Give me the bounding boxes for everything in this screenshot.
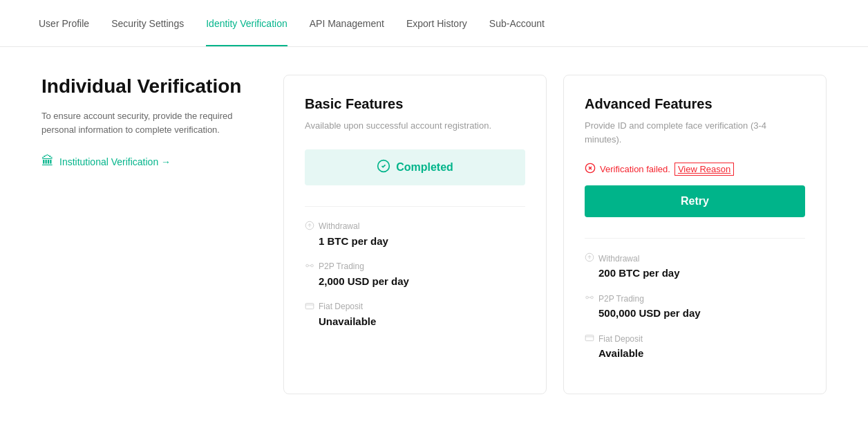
advanced-card-description: Provide ID and complete face verificatio…	[585, 119, 805, 146]
basic-features-card: Basic Features Available upon successful…	[283, 75, 547, 394]
completed-check-icon	[377, 159, 390, 176]
institutional-verification-link[interactable]: 🏛 Institutional Verification →	[41, 154, 263, 169]
retry-button[interactable]: Retry	[585, 185, 805, 217]
nav-sub-account[interactable]: Sub-Account	[478, 0, 556, 46]
page-title: Individual Verification	[41, 75, 263, 98]
p2p-icon	[305, 261, 314, 273]
failed-text: Verification failed.	[600, 164, 670, 174]
basic-card-description: Available upon successful account regist…	[305, 119, 525, 133]
adv-p2p-icon	[585, 293, 594, 304]
divider	[305, 206, 525, 207]
basic-p2p-value: 2,000 USD per day	[305, 275, 525, 287]
basic-p2p-label: P2P Trading	[319, 261, 364, 271]
adv-withdrawal-value: 200 BTC per day	[585, 267, 805, 279]
completed-button: Completed	[305, 149, 525, 185]
advanced-p2p-feature: P2P Trading 500,000 USD per day	[585, 293, 805, 319]
nav-security-settings[interactable]: Security Settings	[100, 0, 195, 46]
view-reason-link[interactable]: View Reason	[674, 163, 734, 176]
svg-point-4	[311, 264, 314, 267]
adv-p2p-value: 500,000 USD per day	[585, 307, 805, 319]
advanced-withdrawal-feature: Withdrawal 200 BTC per day	[585, 252, 805, 279]
basic-withdrawal-feature: Withdrawal 1 BTC per day	[305, 221, 525, 247]
page-description: To ensure account security, provide the …	[41, 109, 263, 138]
completed-label: Completed	[396, 161, 453, 174]
advanced-card-title: Advanced Features	[585, 96, 805, 112]
nav-export-history[interactable]: Export History	[395, 0, 478, 46]
nav-identity-verification[interactable]: Identity Verification	[195, 0, 299, 46]
advanced-fiat-feature: Fiat Deposit Available	[585, 333, 805, 359]
adv-fiat-icon	[585, 333, 594, 344]
nav-user-profile[interactable]: User Profile	[28, 0, 100, 46]
basic-fiat-value: Unavailable	[305, 315, 525, 327]
withdrawal-icon	[305, 221, 314, 232]
adv-withdrawal-label: Withdrawal	[598, 254, 639, 264]
verification-status: Verification failed. View Reason	[585, 163, 805, 176]
basic-p2p-feature: P2P Trading 2,000 USD per day	[305, 261, 525, 287]
svg-rect-16	[585, 335, 594, 341]
basic-fiat-label: Fiat Deposit	[319, 302, 363, 311]
svg-point-13	[586, 296, 589, 299]
bank-icon: 🏛	[41, 154, 54, 169]
adv-fiat-value: Available	[585, 347, 805, 359]
basic-card-title: Basic Features	[305, 96, 525, 112]
advanced-features-card: Advanced Features Provide ID and complet…	[563, 75, 827, 394]
svg-point-3	[306, 264, 309, 267]
institutional-link-label: Institutional Verification →	[59, 156, 171, 167]
main-content: Individual Verification To ensure accoun…	[0, 47, 868, 422]
cards-container: Basic Features Available upon successful…	[283, 75, 827, 394]
basic-fiat-feature: Fiat Deposit Unavailable	[305, 301, 525, 327]
navigation: User Profile Security Settings Identity …	[0, 0, 868, 47]
fiat-icon	[305, 301, 314, 313]
adv-withdrawal-icon	[585, 252, 594, 264]
svg-rect-6	[305, 303, 314, 308]
svg-point-14	[591, 296, 594, 299]
failed-icon	[585, 163, 596, 176]
adv-p2p-label: P2P Trading	[598, 294, 644, 304]
adv-fiat-label: Fiat Deposit	[598, 334, 643, 344]
basic-withdrawal-value: 1 BTC per day	[305, 235, 525, 247]
left-section: Individual Verification To ensure accoun…	[41, 75, 263, 169]
nav-api-management[interactable]: API Management	[299, 0, 395, 46]
divider	[585, 238, 805, 239]
basic-withdrawal-label: Withdrawal	[319, 221, 359, 231]
